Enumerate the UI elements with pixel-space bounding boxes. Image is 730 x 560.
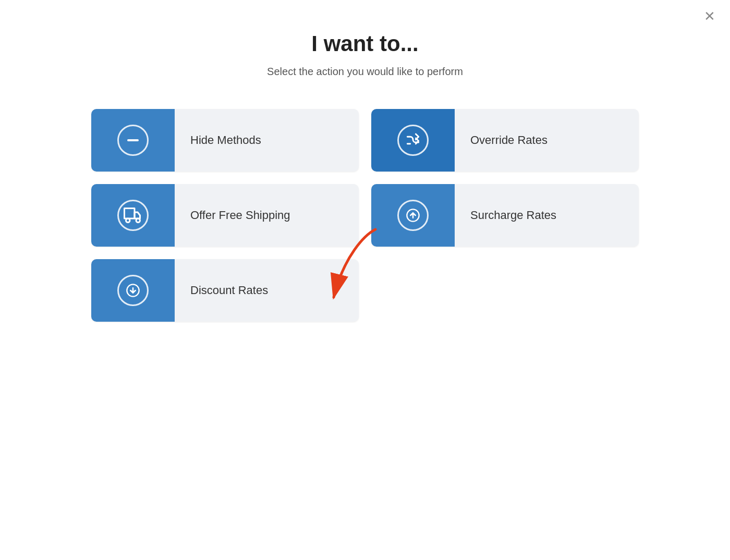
modal-content: I want to... Select the action you would… — [78, 31, 652, 322]
card-hide-methods[interactable]: Hide Methods — [91, 109, 359, 172]
card-icon-area-offer-free-shipping — [91, 184, 175, 247]
card-surcharge-rates[interactable]: Surcharge Rates — [371, 184, 639, 247]
arrow-up-icon-circle — [397, 200, 429, 231]
card-icon-area-hide-methods — [91, 109, 175, 172]
arrow-down-icon — [126, 283, 140, 298]
card-label-discount-rates: Discount Rates — [175, 284, 284, 297]
card-icon-area-discount-rates — [91, 259, 175, 322]
modal-subtitle: Select the action you would like to perf… — [267, 66, 463, 78]
card-discount-rates[interactable]: Discount Rates — [91, 259, 359, 322]
close-button[interactable]: ✕ — [704, 9, 715, 23]
arrow-up-icon — [406, 208, 420, 223]
modal-title: I want to... — [311, 31, 418, 56]
svg-point-1 — [126, 218, 130, 223]
svg-point-2 — [136, 218, 140, 223]
shuffle-icon — [405, 132, 421, 149]
card-offer-free-shipping[interactable]: Offer Free Shipping — [91, 184, 359, 247]
card-icon-area-surcharge-rates — [371, 184, 455, 247]
card-label-override-rates: Override Rates — [455, 133, 563, 147]
card-icon-area-override-rates — [371, 109, 455, 172]
card-override-rates[interactable]: Override Rates — [371, 109, 639, 172]
shuffle-icon-circle — [397, 125, 429, 156]
svg-rect-0 — [127, 139, 139, 141]
arrow-down-icon-circle — [117, 275, 149, 306]
minus-icon — [127, 139, 139, 141]
minus-icon-circle — [117, 125, 149, 156]
truck-icon-circle — [117, 200, 149, 231]
truck-icon — [124, 206, 142, 225]
card-label-hide-methods: Hide Methods — [175, 133, 277, 147]
card-label-offer-free-shipping: Offer Free Shipping — [175, 209, 306, 222]
action-grid: Hide Methods Override Rates — [91, 109, 639, 322]
card-label-surcharge-rates: Surcharge Rates — [455, 209, 572, 222]
